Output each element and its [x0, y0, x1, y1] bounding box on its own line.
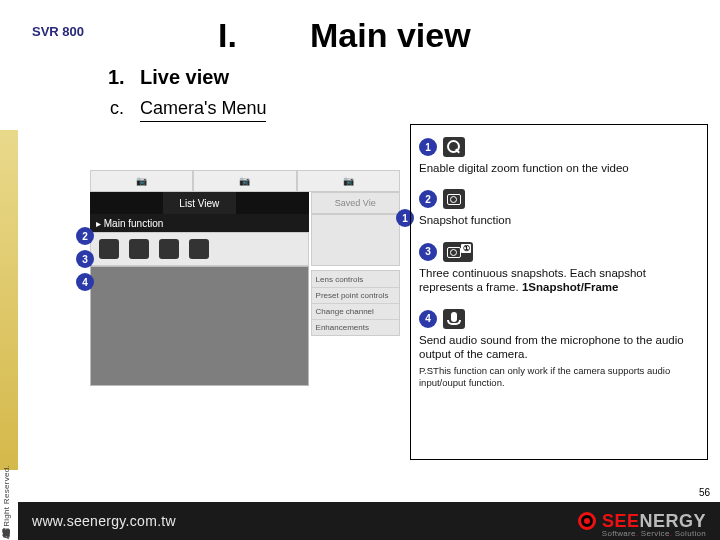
- copyright-text: Copyright © 誠盈科技股份有限公司 All Right Reserve…: [2, 465, 18, 540]
- explanation-box: 1 Enable digital zoom function on the vi…: [410, 124, 708, 460]
- mic-icon: [443, 309, 465, 329]
- mock-panel-list: Lens controls Preset point controls Chan…: [311, 270, 400, 336]
- panel-row: Change channel: [312, 303, 399, 319]
- snapshot3-icon: [159, 239, 179, 259]
- mic-icon: [189, 239, 209, 259]
- mock-panel-top: [311, 214, 400, 266]
- item-number-1: 1: [419, 138, 437, 156]
- mock-top-tile: 📷: [90, 170, 193, 192]
- subsection-number: c.: [110, 98, 124, 119]
- item-ps-4: P.SThis function can only work if the ca…: [419, 365, 699, 389]
- item-number-4: 4: [419, 310, 437, 328]
- logo-mark-icon: [578, 512, 596, 530]
- item-text-3: Three continuous snapshots. Each snapsho…: [419, 266, 699, 295]
- item-text-2: Snapshot function: [419, 213, 699, 227]
- title-number: I.: [218, 16, 237, 55]
- snapshot3-icon: ①: [443, 242, 473, 262]
- tab-list-view: List View: [163, 192, 236, 214]
- section-number: 1.: [108, 66, 125, 89]
- badge-1: ①: [461, 244, 471, 253]
- item-text-4: Send audio sound from the microphone to …: [419, 333, 699, 362]
- snapshot-icon: [443, 189, 465, 209]
- footer-url: www.seenergy.com.tw: [32, 513, 176, 529]
- item-number-3: 3: [419, 243, 437, 261]
- video-preview: [90, 266, 309, 386]
- snapshot-icon: [129, 239, 149, 259]
- callout-bubble-2: 2: [76, 227, 94, 245]
- page-title: Main view: [310, 16, 471, 55]
- footer-tagline: Software. Service. Solution: [602, 529, 706, 538]
- panel-row: Lens controls: [312, 271, 399, 287]
- copyright-sidebar: [0, 130, 18, 470]
- camera-icon: 📷: [239, 176, 250, 186]
- saved-view-label: Saved Vie: [311, 192, 400, 214]
- product-label: SVR 800: [32, 24, 84, 39]
- panel-row: Preset point controls: [312, 287, 399, 303]
- callout-bubble-3: 3: [76, 250, 94, 268]
- panel-row: Enhancements: [312, 319, 399, 335]
- tab-left: [90, 192, 163, 214]
- camera-icon: 📷: [343, 176, 354, 186]
- zoom-icon: [443, 137, 465, 157]
- item-number-2: 2: [419, 190, 437, 208]
- subsection-title: Camera's Menu: [140, 98, 266, 122]
- main-function-label: ▸ Main function: [90, 214, 309, 232]
- tab-right: [236, 192, 309, 214]
- section-title: Live view: [140, 66, 229, 89]
- callout-bubble-4: 4: [76, 273, 94, 291]
- mock-toolbar: [90, 232, 309, 266]
- page-number: 56: [699, 487, 710, 498]
- camera-icon: 📷: [136, 176, 147, 186]
- ui-mock: 📷 📷 📷 List View ▸ Main function: [90, 170, 400, 386]
- zoom-icon: [99, 239, 119, 259]
- mock-top-tile: 📷: [297, 170, 400, 192]
- item-text-1: Enable digital zoom function on the vide…: [419, 161, 699, 175]
- mock-top-tile: 📷: [193, 170, 296, 192]
